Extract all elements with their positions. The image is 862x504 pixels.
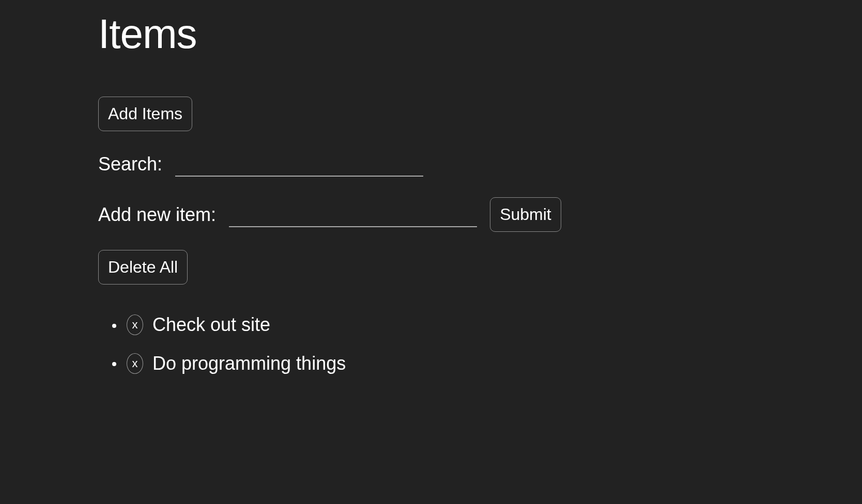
submit-button[interactable]: Submit xyxy=(490,197,561,232)
item-text: Check out site xyxy=(152,314,270,336)
item-text: Do programming things xyxy=(152,353,346,374)
delete-all-button[interactable]: Delete All xyxy=(98,250,188,285)
list-item: x Check out site xyxy=(124,313,862,336)
search-label: Search: xyxy=(98,153,162,175)
add-new-item-label: Add new item: xyxy=(98,204,216,226)
search-input[interactable] xyxy=(175,152,423,177)
page-title: Items xyxy=(98,10,862,58)
item-list: x Check out site x Do programming things xyxy=(98,313,862,374)
add-items-button[interactable]: Add Items xyxy=(98,97,192,131)
delete-item-icon[interactable]: x xyxy=(127,353,143,374)
delete-item-icon[interactable]: x xyxy=(127,314,143,335)
list-item: x Do programming things xyxy=(124,351,862,374)
add-new-item-input[interactable] xyxy=(229,202,477,227)
